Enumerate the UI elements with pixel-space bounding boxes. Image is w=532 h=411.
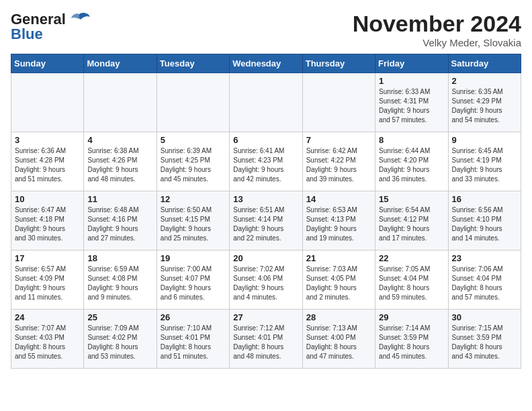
day-number: 18 — [87, 253, 152, 263]
day-info: Sunrise: 6:56 AM Sunset: 4:10 PM Dayligh… — [452, 205, 517, 243]
day-number: 15 — [379, 194, 444, 204]
day-number: 30 — [452, 312, 517, 322]
day-info: Sunrise: 6:42 AM Sunset: 4:22 PM Dayligh… — [306, 146, 371, 184]
day-info: Sunrise: 7:09 AM Sunset: 4:02 PM Dayligh… — [87, 324, 152, 361]
day-info: Sunrise: 6:41 AM Sunset: 4:23 PM Dayligh… — [233, 146, 298, 184]
day-info: Sunrise: 7:10 AM Sunset: 4:01 PM Dayligh… — [161, 324, 226, 361]
day-info: Sunrise: 6:54 AM Sunset: 4:12 PM Dayligh… — [379, 205, 444, 243]
calendar-cell: 9Sunrise: 6:45 AM Sunset: 4:19 PM Daylig… — [448, 132, 521, 191]
day-info: Sunrise: 6:44 AM Sunset: 4:20 PM Dayligh… — [379, 146, 444, 184]
day-number: 10 — [15, 194, 80, 204]
day-number: 9 — [452, 135, 517, 145]
day-info: Sunrise: 7:13 AM Sunset: 4:00 PM Dayligh… — [306, 324, 371, 361]
day-info: Sunrise: 6:57 AM Sunset: 4:09 PM Dayligh… — [15, 265, 80, 302]
calendar-cell: 21Sunrise: 7:03 AM Sunset: 4:05 PM Dayli… — [302, 250, 375, 310]
location: Velky Meder, Slovakia — [353, 37, 521, 48]
calendar-cell: 19Sunrise: 7:00 AM Sunset: 4:07 PM Dayli… — [157, 250, 229, 310]
day-info: Sunrise: 6:51 AM Sunset: 4:14 PM Dayligh… — [233, 205, 298, 243]
day-number: 16 — [452, 194, 517, 204]
calendar-cell: 28Sunrise: 7:13 AM Sunset: 4:00 PM Dayli… — [302, 310, 375, 369]
day-number: 28 — [306, 312, 371, 322]
weekday-header-saturday: Saturday — [448, 54, 521, 73]
day-number: 13 — [233, 194, 298, 204]
calendar-cell: 20Sunrise: 7:02 AM Sunset: 4:06 PM Dayli… — [230, 250, 302, 310]
day-number: 22 — [379, 253, 444, 263]
calendar-cell: 13Sunrise: 6:51 AM Sunset: 4:14 PM Dayli… — [230, 191, 302, 250]
calendar-cell — [230, 73, 302, 132]
day-info: Sunrise: 6:36 AM Sunset: 4:28 PM Dayligh… — [15, 146, 80, 184]
day-number: 20 — [233, 253, 298, 263]
day-info: Sunrise: 7:14 AM Sunset: 3:59 PM Dayligh… — [379, 324, 444, 361]
day-info: Sunrise: 6:38 AM Sunset: 4:26 PM Dayligh… — [87, 146, 152, 184]
day-number: 17 — [15, 253, 80, 263]
day-info: Sunrise: 6:33 AM Sunset: 4:31 PM Dayligh… — [379, 87, 444, 125]
calendar-cell: 1Sunrise: 6:33 AM Sunset: 4:31 PM Daylig… — [375, 73, 448, 132]
calendar-cell: 24Sunrise: 7:07 AM Sunset: 4:03 PM Dayli… — [11, 310, 84, 369]
calendar-cell: 17Sunrise: 6:57 AM Sunset: 4:09 PM Dayli… — [11, 250, 84, 310]
calendar-cell: 2Sunrise: 6:35 AM Sunset: 4:29 PM Daylig… — [448, 73, 521, 132]
month-title: November 2024 — [353, 11, 521, 37]
calendar-cell: 18Sunrise: 6:59 AM Sunset: 4:08 PM Dayli… — [84, 250, 157, 310]
day-number: 6 — [233, 135, 298, 145]
calendar-cell: 7Sunrise: 6:42 AM Sunset: 4:22 PM Daylig… — [302, 132, 375, 191]
weekday-header-wednesday: Wednesday — [230, 54, 302, 73]
calendar-cell: 14Sunrise: 6:53 AM Sunset: 4:13 PM Dayli… — [302, 191, 375, 250]
calendar-table: SundayMondayTuesdayWednesdayThursdayFrid… — [11, 54, 521, 369]
day-number: 27 — [233, 312, 298, 322]
day-info: Sunrise: 7:03 AM Sunset: 4:05 PM Dayligh… — [306, 265, 371, 302]
day-info: Sunrise: 7:00 AM Sunset: 4:07 PM Dayligh… — [161, 265, 226, 302]
calendar-cell: 5Sunrise: 6:39 AM Sunset: 4:25 PM Daylig… — [157, 132, 229, 191]
calendar-cell: 23Sunrise: 7:06 AM Sunset: 4:04 PM Dayli… — [448, 250, 521, 310]
day-info: Sunrise: 6:47 AM Sunset: 4:18 PM Dayligh… — [15, 205, 80, 243]
calendar-cell: 6Sunrise: 6:41 AM Sunset: 4:23 PM Daylig… — [230, 132, 302, 191]
day-number: 21 — [306, 253, 371, 263]
day-number: 23 — [452, 253, 517, 263]
calendar-cell: 27Sunrise: 7:12 AM Sunset: 4:01 PM Dayli… — [230, 310, 302, 369]
calendar-cell — [84, 73, 157, 132]
day-number: 7 — [306, 135, 371, 145]
day-info: Sunrise: 7:05 AM Sunset: 4:04 PM Dayligh… — [379, 265, 444, 302]
day-number: 24 — [15, 312, 80, 322]
day-info: Sunrise: 6:59 AM Sunset: 4:08 PM Dayligh… — [87, 265, 152, 302]
day-info: Sunrise: 6:53 AM Sunset: 4:13 PM Dayligh… — [306, 205, 371, 243]
day-number: 1 — [379, 76, 444, 86]
weekday-header-tuesday: Tuesday — [157, 54, 229, 73]
day-number: 3 — [15, 135, 80, 145]
day-info: Sunrise: 7:15 AM Sunset: 3:59 PM Dayligh… — [452, 324, 517, 361]
day-info: Sunrise: 6:35 AM Sunset: 4:29 PM Dayligh… — [452, 87, 517, 125]
day-number: 8 — [379, 135, 444, 145]
logo-blue: Blue — [11, 26, 43, 43]
day-number: 29 — [379, 312, 444, 322]
weekday-header-sunday: Sunday — [11, 54, 84, 73]
day-info: Sunrise: 7:12 AM Sunset: 4:01 PM Dayligh… — [233, 324, 298, 361]
day-number: 2 — [452, 76, 517, 86]
calendar-cell: 22Sunrise: 7:05 AM Sunset: 4:04 PM Dayli… — [375, 250, 448, 310]
logo-bird-icon — [67, 11, 91, 26]
day-info: Sunrise: 6:39 AM Sunset: 4:25 PM Dayligh… — [161, 146, 226, 184]
calendar-cell: 16Sunrise: 6:56 AM Sunset: 4:10 PM Dayli… — [448, 191, 521, 250]
calendar-cell: 30Sunrise: 7:15 AM Sunset: 3:59 PM Dayli… — [448, 310, 521, 369]
day-number: 4 — [87, 135, 152, 145]
calendar-cell: 11Sunrise: 6:48 AM Sunset: 4:16 PM Dayli… — [84, 191, 157, 250]
calendar-cell: 4Sunrise: 6:38 AM Sunset: 4:26 PM Daylig… — [84, 132, 157, 191]
weekday-header-thursday: Thursday — [302, 54, 375, 73]
calendar-cell: 3Sunrise: 6:36 AM Sunset: 4:28 PM Daylig… — [11, 132, 84, 191]
calendar-cell: 10Sunrise: 6:47 AM Sunset: 4:18 PM Dayli… — [11, 191, 84, 250]
calendar-cell: 8Sunrise: 6:44 AM Sunset: 4:20 PM Daylig… — [375, 132, 448, 191]
title-block: November 2024 Velky Meder, Slovakia — [353, 11, 521, 48]
calendar-cell — [157, 73, 229, 132]
day-number: 14 — [306, 194, 371, 204]
day-number: 5 — [161, 135, 226, 145]
weekday-header-friday: Friday — [375, 54, 448, 73]
calendar-cell: 25Sunrise: 7:09 AM Sunset: 4:02 PM Dayli… — [84, 310, 157, 369]
day-number: 11 — [87, 194, 152, 204]
calendar-cell: 26Sunrise: 7:10 AM Sunset: 4:01 PM Dayli… — [157, 310, 229, 369]
calendar-cell — [11, 73, 84, 132]
day-info: Sunrise: 6:48 AM Sunset: 4:16 PM Dayligh… — [87, 205, 152, 243]
day-number: 25 — [87, 312, 152, 322]
logo: General Blue — [11, 11, 91, 43]
calendar-cell: 15Sunrise: 6:54 AM Sunset: 4:12 PM Dayli… — [375, 191, 448, 250]
day-info: Sunrise: 6:50 AM Sunset: 4:15 PM Dayligh… — [161, 205, 226, 243]
weekday-header-monday: Monday — [84, 54, 157, 73]
calendar-cell: 29Sunrise: 7:14 AM Sunset: 3:59 PM Dayli… — [375, 310, 448, 369]
